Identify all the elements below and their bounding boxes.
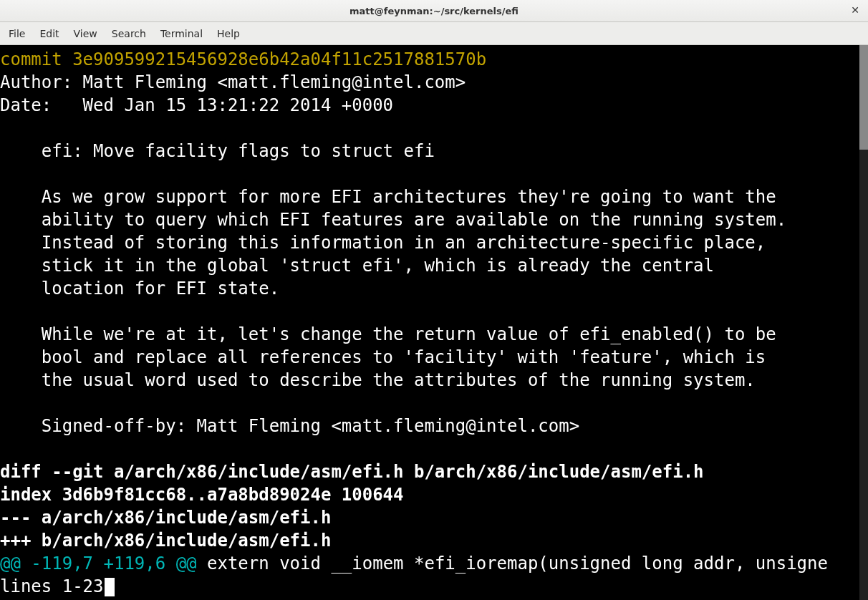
commit-line: commit 3e909599215456928e6b42a04f11c2517… — [0, 49, 486, 69]
menu-terminal[interactable]: Terminal — [153, 24, 210, 43]
commit-body-line: ability to query which EFI features are … — [0, 210, 786, 230]
diff-hunk-prefix: @@ -119,7 +119,6 @@ — [0, 553, 197, 574]
scrollbar-thumb[interactable] — [859, 45, 868, 150]
diff-hunk-rest: extern void __iomem *efi_ioremap(unsigne… — [197, 553, 828, 574]
commit-body-line: location for EFI state. — [0, 279, 279, 299]
commit-body-line: bool and replace all references to 'faci… — [0, 347, 766, 367]
pager-status: lines 1-23 — [0, 576, 104, 596]
commit-body-line: While we're at it, let's change the retu… — [0, 324, 776, 344]
menu-file[interactable]: File — [1, 24, 32, 43]
menu-edit[interactable]: Edit — [32, 24, 66, 43]
diff-header-line: +++ b/arch/x86/include/asm/efi.h — [0, 531, 331, 551]
window-title: matt@feynman:~/src/kernels/efi — [0, 6, 868, 16]
menu-search[interactable]: Search — [105, 24, 153, 43]
menu-help[interactable]: Help — [210, 24, 247, 43]
date-line: Date: Wed Jan 15 13:21:22 2014 +0000 — [0, 95, 393, 115]
close-icon[interactable]: ✕ — [848, 3, 862, 17]
menu-view[interactable]: View — [67, 24, 105, 43]
author-line: Author: Matt Fleming <matt.fleming@intel… — [0, 72, 466, 92]
commit-body-line: efi: Move facility flags to struct efi — [0, 141, 435, 161]
menubar: File Edit View Search Terminal Help — [0, 22, 868, 45]
terminal-output[interactable]: commit 3e909599215456928e6b42a04f11c2517… — [0, 45, 859, 600]
commit-body-line: Instead of storing this information in a… — [0, 233, 766, 253]
terminal-area: commit 3e909599215456928e6b42a04f11c2517… — [0, 45, 868, 600]
window-titlebar: matt@feynman:~/src/kernels/efi ✕ — [0, 0, 868, 22]
diff-header-line: diff --git a/arch/x86/include/asm/efi.h … — [0, 462, 704, 482]
terminal-scrollbar[interactable] — [859, 45, 868, 600]
diff-header-line: --- a/arch/x86/include/asm/efi.h — [0, 508, 331, 528]
diff-header-line: index 3d6b9f81cc68..a7a8bd89024e 100644 — [0, 485, 404, 505]
cursor-block-icon — [105, 578, 115, 596]
commit-body-line: Signed-off-by: Matt Fleming <matt.flemin… — [0, 416, 579, 436]
commit-body-line: As we grow support for more EFI architec… — [0, 187, 776, 207]
commit-body-line: stick it in the global 'struct efi', whi… — [0, 256, 714, 276]
commit-body-line: the usual word used to describe the attr… — [0, 370, 756, 390]
